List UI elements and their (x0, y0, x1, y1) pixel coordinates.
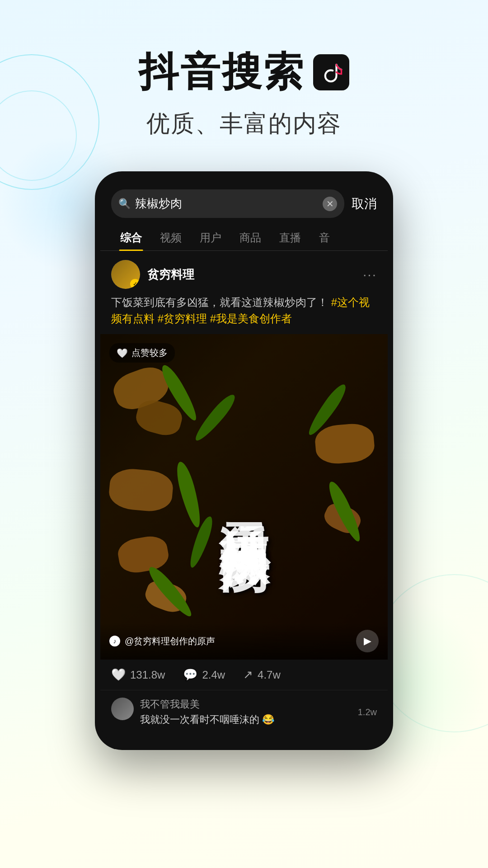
search-icon: 🔍 (118, 198, 131, 210)
likes-stat[interactable]: 🤍 131.8w (111, 668, 165, 682)
post-header: ✓ 贫穷料理 ··· (100, 251, 388, 294)
subtitle: 优质、丰富的内容 (0, 108, 488, 140)
tab-video[interactable]: 视频 (151, 225, 191, 250)
play-button[interactable]: ▶ (356, 630, 379, 652)
content-area: ✓ 贫穷料理 ··· 下饭菜到底有多凶猛，就看这道辣椒炒肉了！ #这个视频有点料… (100, 251, 388, 745)
comments-count: 2.4w (202, 669, 225, 681)
username: 贫穷料理 (147, 267, 356, 283)
douyin-icon: ♪ (109, 636, 120, 646)
comment-preview: 我不管我最美 我就没一次看时不咽唾沫的 😂 1.2w (100, 690, 388, 734)
tab-user[interactable]: 用户 (191, 225, 230, 250)
comment-stat-icon: 💬 (183, 668, 197, 682)
verified-badge: ✓ (130, 279, 140, 289)
shares-stat[interactable]: ↗ 4.7w (243, 668, 281, 682)
comments-stat[interactable]: 💬 2.4w (183, 668, 225, 682)
hashtag-2[interactable]: #贫穷料理 (158, 312, 207, 325)
tab-live[interactable]: 直播 (270, 225, 310, 250)
comment-text: 我就没一次看时不咽唾沫的 😂 (140, 713, 352, 726)
shares-count: 4.7w (258, 669, 281, 681)
heart-stat-icon: 🤍 (111, 668, 126, 682)
tiktok-logo (313, 54, 349, 90)
share-stat-icon: ↗ (243, 668, 253, 682)
avatar: ✓ (111, 260, 140, 289)
search-query: 辣椒炒肉 (135, 196, 318, 212)
hashtag-3[interactable]: #我是美食创作者 (210, 312, 292, 325)
search-bar-area: 🔍 辣椒炒肉 ✕ 取消 (100, 177, 388, 225)
main-title-row: 抖音搜索 (0, 45, 488, 99)
tab-comprehensive[interactable]: 综合 (111, 225, 151, 250)
comment-content: 我不管我最美 我就没一次看时不咽唾沫的 😂 (140, 698, 352, 726)
search-clear-button[interactable]: ✕ (323, 197, 337, 211)
commenter-name: 我不管我最美 (140, 698, 352, 711)
tab-audio[interactable]: 音 (310, 225, 339, 250)
tabs-row: 综合 视频 用户 商品 直播 音 (100, 225, 388, 251)
sound-bar: ♪ @贫穷料理创作的原声 ▶ (100, 623, 388, 660)
search-input-wrap[interactable]: 🔍 辣椒炒肉 ✕ (111, 189, 344, 218)
sound-info: ♪ @贫穷料理创作的原声 (109, 635, 215, 647)
comment-count: 1.2w (358, 707, 377, 717)
search-cancel-button[interactable]: 取消 (352, 195, 377, 212)
video-area[interactable]: 🤍 点赞较多 勇猛辣椒炒肉 ♪ @贫穷料理创作的原声 ▶ (100, 334, 388, 660)
stats-row: 🤍 131.8w 💬 2.4w ↗ 4.7w (100, 660, 388, 690)
phone-container: 🔍 辣椒炒肉 ✕ 取消 综合 视频 用户 商品 (0, 171, 488, 750)
phone-screen: 🔍 辣椒炒肉 ✕ 取消 综合 视频 用户 商品 (100, 177, 388, 745)
post-desc-text: 下饭菜到底有多凶猛，就看这道辣椒炒肉了！ (111, 296, 328, 308)
app-title: 抖音搜索 (139, 45, 305, 99)
sound-text: @贫穷料理创作的原声 (125, 635, 215, 647)
likes-count: 131.8w (130, 669, 165, 681)
tab-product[interactable]: 商品 (230, 225, 270, 250)
calligraphy-overlay: 勇猛辣椒炒肉 (100, 334, 388, 660)
more-options-icon[interactable]: ··· (363, 267, 377, 282)
post-description: 下饭菜到底有多凶猛，就看这道辣椒炒肉了！ #这个视频有点料 #贫穷料理 #我是美… (100, 294, 388, 334)
phone-mockup: 🔍 辣椒炒肉 ✕ 取消 综合 视频 用户 商品 (95, 171, 393, 750)
commenter-avatar (111, 698, 134, 720)
calligraphy-text: 勇猛辣椒炒肉 (219, 483, 269, 510)
header-section: 抖音搜索 优质、丰富的内容 (0, 0, 488, 162)
